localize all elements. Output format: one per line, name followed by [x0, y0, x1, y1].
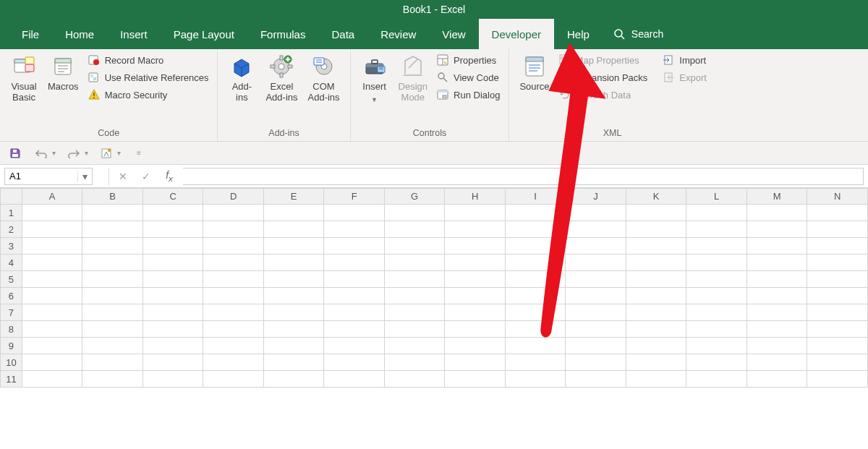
view-code-button[interactable]: View Code [433, 71, 503, 84]
cell[interactable] [626, 255, 686, 271]
cell[interactable] [263, 271, 324, 288]
refresh-data-button[interactable]: Refresh Data [556, 88, 651, 101]
cell[interactable] [746, 321, 807, 338]
export-button[interactable]: Export [659, 71, 710, 84]
cell[interactable] [324, 288, 385, 304]
cell[interactable] [324, 205, 385, 221]
save-button[interactable] [7, 145, 23, 161]
cell[interactable] [82, 288, 143, 304]
cell[interactable] [82, 255, 143, 271]
cell[interactable] [203, 221, 264, 238]
tab-developer[interactable]: Developer [479, 19, 554, 49]
cell[interactable] [22, 288, 82, 304]
cell[interactable] [505, 371, 565, 388]
select-all-corner[interactable] [1, 189, 22, 205]
cell[interactable] [626, 271, 686, 288]
addins-button[interactable]: Add- ins [224, 52, 260, 103]
cell[interactable] [22, 271, 82, 288]
cell[interactable] [445, 354, 506, 371]
cell[interactable] [142, 371, 203, 388]
col-header[interactable]: F [324, 189, 385, 205]
cell[interactable] [203, 321, 264, 338]
cell[interactable] [22, 338, 82, 354]
cell[interactable] [22, 255, 82, 271]
search-button[interactable]: Search [603, 19, 673, 49]
cell[interactable] [263, 354, 324, 371]
cell[interactable] [142, 238, 203, 255]
col-header[interactable]: K [626, 189, 686, 205]
cell[interactable] [142, 321, 203, 338]
cell[interactable] [142, 221, 203, 238]
cell[interactable] [203, 304, 264, 321]
cell[interactable] [22, 238, 82, 255]
cell[interactable] [807, 371, 868, 388]
cell[interactable] [324, 221, 385, 238]
row-header[interactable]: 1 [1, 205, 22, 221]
cell[interactable] [445, 288, 506, 304]
formula-input[interactable] [183, 168, 864, 185]
col-header[interactable]: H [445, 189, 506, 205]
cell[interactable] [22, 371, 82, 388]
cell[interactable] [807, 354, 868, 371]
cell[interactable] [82, 304, 143, 321]
insert-function-button[interactable]: fx [160, 169, 179, 183]
cell[interactable] [566, 238, 626, 255]
run-dialog-button[interactable]: Run Dialog [433, 88, 503, 101]
cell[interactable] [686, 321, 746, 338]
cell[interactable] [82, 238, 143, 255]
redo-button[interactable] [66, 145, 82, 161]
cell[interactable] [746, 338, 807, 354]
cell[interactable] [142, 288, 203, 304]
col-header[interactable]: A [22, 189, 82, 205]
cell[interactable] [807, 255, 868, 271]
import-button[interactable]: Import [659, 54, 710, 67]
cell[interactable] [82, 271, 143, 288]
tab-formulas[interactable]: Formulas [247, 19, 319, 49]
cell[interactable] [142, 338, 203, 354]
row-header[interactable]: 8 [1, 321, 22, 338]
tab-data[interactable]: Data [318, 19, 367, 49]
cell[interactable] [142, 205, 203, 221]
col-header[interactable]: I [505, 189, 565, 205]
cell[interactable] [566, 221, 626, 238]
cell[interactable] [263, 238, 324, 255]
cell[interactable] [505, 255, 565, 271]
row-header[interactable]: 11 [1, 371, 22, 388]
cell[interactable] [445, 271, 506, 288]
cell[interactable] [324, 338, 385, 354]
cell[interactable] [686, 288, 746, 304]
cell[interactable] [686, 354, 746, 371]
col-header[interactable]: J [566, 189, 626, 205]
cell[interactable] [203, 354, 264, 371]
cell[interactable] [22, 321, 82, 338]
cell[interactable] [203, 271, 264, 288]
cell[interactable] [566, 271, 626, 288]
cell[interactable] [445, 205, 506, 221]
cell[interactable] [324, 304, 385, 321]
cell[interactable] [566, 288, 626, 304]
cell[interactable] [445, 338, 506, 354]
row-header[interactable]: 4 [1, 255, 22, 271]
col-header[interactable]: M [746, 189, 807, 205]
cell[interactable] [22, 221, 82, 238]
cell[interactable] [203, 238, 264, 255]
cell[interactable] [807, 288, 868, 304]
excel-addins-button[interactable]: Excel Add-ins [261, 52, 302, 103]
row-header[interactable]: 9 [1, 338, 22, 354]
name-box-dropdown[interactable]: ▾ [77, 171, 92, 182]
cell[interactable] [686, 338, 746, 354]
cell[interactable] [324, 271, 385, 288]
cell[interactable] [324, 321, 385, 338]
cell[interactable] [263, 205, 324, 221]
cell[interactable] [505, 271, 565, 288]
cell[interactable] [82, 205, 143, 221]
cell[interactable] [505, 221, 565, 238]
col-header[interactable]: N [807, 189, 868, 205]
col-header[interactable]: B [82, 189, 143, 205]
col-header[interactable]: E [263, 189, 324, 205]
cell[interactable] [505, 205, 565, 221]
cell[interactable] [505, 288, 565, 304]
cell[interactable] [203, 205, 264, 221]
cell[interactable] [82, 221, 143, 238]
tab-file[interactable]: File [9, 19, 52, 49]
